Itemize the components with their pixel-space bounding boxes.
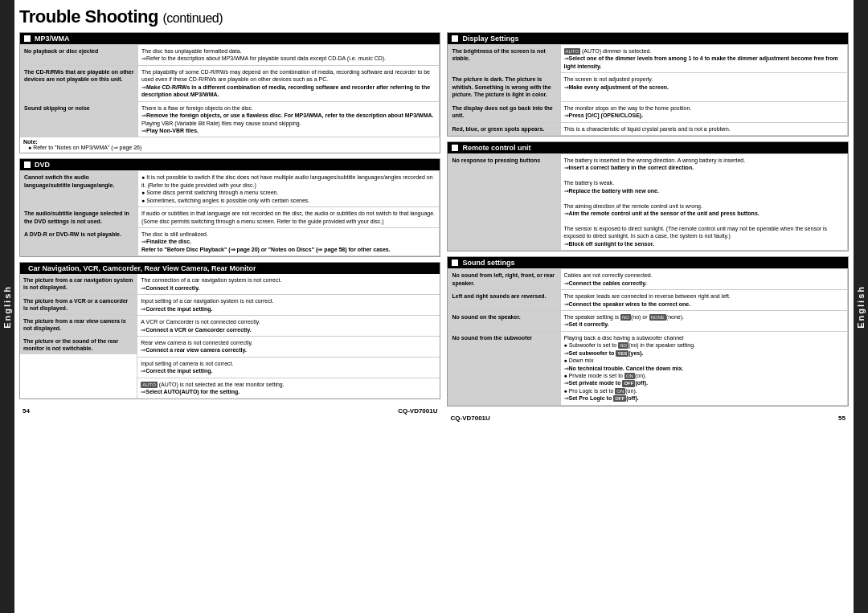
- cause-cell: Cables are not correctly connected. ⇒Con…: [560, 269, 848, 290]
- dvd-square-icon: [24, 161, 31, 168]
- table-row: Left and right sounds are reversed. The …: [448, 290, 848, 311]
- car-nav-symptom: The picture from a rear view camera is n…: [20, 315, 137, 335]
- car-nav-section: Car Navigation, VCR, Camcorder, Rear Vie…: [19, 262, 440, 398]
- sound-table: No sound from left, right, front, or rea…: [448, 268, 848, 406]
- cause-cell: ● It is not possible to switch if the di…: [138, 171, 440, 207]
- display-section-title: Display Settings: [448, 33, 848, 44]
- sound-section: Sound settings No sound from left, right…: [447, 256, 849, 407]
- car-nav-symptoms: The picture from a car navigation system…: [20, 274, 137, 398]
- table-row: No response to pressing buttons The batt…: [448, 153, 848, 250]
- dvd-table: Cannot switch the audio language/subtitl…: [20, 170, 440, 256]
- symptom-cell: The display does not go back into the un…: [448, 101, 560, 122]
- car-nav-cause: Input setting of a car navigation system…: [137, 295, 440, 316]
- page-footer-right: CQ-VD7001U 55: [447, 413, 849, 422]
- left-column: MP3/WMA No playback or disc ejected The …: [19, 32, 440, 608]
- symptom-cell: The brightness of the screen is not stab…: [448, 45, 560, 73]
- cause-cell: If audio or subtitles in that language a…: [138, 207, 440, 228]
- cause-cell: The playability of some CD-R/RWs may dep…: [138, 65, 440, 101]
- cause-cell: The battery is inserted in the wrong dir…: [560, 153, 848, 250]
- symptom-cell: Left and right sounds are reversed.: [448, 290, 560, 311]
- cause-cell: AUTO (AUTO) dimmer is selected. ⇒Select …: [560, 45, 848, 73]
- remote-section-title: Remote control unit: [448, 142, 848, 153]
- dvd-section-title: DVD: [20, 159, 440, 170]
- remote-table: No response to pressing buttons The batt…: [448, 153, 848, 251]
- car-nav-cause: Input setting of camera is not correct.⇒…: [137, 358, 440, 378]
- table-row: The audio/subtitle language selected in …: [21, 207, 440, 228]
- symptom-cell: No sound from the subwoofer: [448, 331, 560, 405]
- right-tab-label: English: [856, 285, 866, 329]
- symptom-cell: No response to pressing buttons: [448, 153, 560, 250]
- table-row: Cannot switch the audio language/subtitl…: [21, 171, 440, 207]
- symptom-cell: Sound skipping or noise: [21, 101, 138, 137]
- mp3-square-icon: [24, 35, 31, 42]
- symptom-cell: The audio/subtitle language selected in …: [21, 207, 138, 228]
- symptom-cell: The CD-R/RWs that are playable on other …: [21, 65, 138, 101]
- main-content: Trouble Shooting (continued) MP3/WMA No …: [14, 0, 854, 613]
- title-area: Trouble Shooting (continued): [19, 6, 849, 27]
- page-footer-left: 54 CQ-VD7001U: [19, 406, 440, 415]
- car-nav-symptom: The picture or the sound of the rear mon…: [20, 335, 137, 354]
- display-section: Display Settings The brightness of the s…: [447, 32, 849, 137]
- mp3-note: Note: ● Refer to "Notes on MP3/WMA" (⇒ p…: [20, 137, 440, 153]
- cause-cell: Playing back a disc having a subwoofer c…: [560, 331, 848, 405]
- left-tab-label: English: [2, 285, 12, 329]
- car-nav-cause: The connection of a car navigation syste…: [137, 274, 440, 295]
- cause-cell: The screen is not adjusted properly. ⇒Ma…: [560, 73, 848, 101]
- table-row: No sound on the speaker. The speaker set…: [448, 310, 848, 331]
- car-nav-title: Car Navigation, VCR, Camcorder, Rear Vie…: [20, 263, 440, 274]
- car-nav-causes: The connection of a car navigation syste…: [137, 274, 440, 398]
- table-row: No sound from the subwoofer Playing back…: [448, 331, 848, 405]
- display-square-icon: [452, 35, 458, 42]
- symptom-cell: No sound from left, right, front, or rea…: [448, 269, 560, 290]
- car-nav-symptom: The picture from a VCR or a camcorder is…: [20, 295, 137, 315]
- sound-square-icon: [452, 260, 458, 266]
- car-nav-cause: AUTO (AUTO) is not selected as the rear …: [137, 378, 440, 398]
- remote-section: Remote control unit No response to press…: [447, 141, 849, 251]
- table-row: A DVD-R or DVD-RW is not playable. The d…: [21, 228, 440, 256]
- car-nav-cause: A VCR or Camcorder is not connected corr…: [137, 316, 440, 337]
- mp3-table: No playback or disc ejected The disc has…: [20, 44, 440, 137]
- sound-section-title: Sound settings: [448, 257, 848, 268]
- table-row: No sound from left, right, front, or rea…: [448, 269, 848, 290]
- cause-cell: There is a flaw or foreign objects on th…: [138, 101, 440, 137]
- dvd-section: DVD Cannot switch the audio language/sub…: [19, 158, 440, 257]
- car-nav-cause: Rear view camera is not connected correc…: [137, 337, 440, 358]
- table-row: The picture is dark. The picture is whit…: [448, 73, 848, 101]
- page-container: English Trouble Shooting (continued) MP3…: [0, 0, 868, 613]
- cause-cell: The disc has unplayable formatted data. …: [138, 45, 440, 66]
- mp3-section: MP3/WMA No playback or disc ejected The …: [19, 32, 440, 153]
- symptom-cell: Red, blue, or green spots appears.: [448, 122, 560, 135]
- symptom-cell: Cannot switch the audio language/subtitl…: [21, 171, 138, 207]
- cause-cell: The monitor stops on the way to the home…: [560, 101, 848, 122]
- page-title: Trouble Shooting (continued): [19, 6, 849, 27]
- table-row: The display does not go back into the un…: [448, 101, 848, 122]
- page-subtitle: (continued): [163, 11, 223, 25]
- table-row: No playback or disc ejected The disc has…: [21, 45, 440, 66]
- car-nav-body: The picture from a car navigation system…: [20, 274, 440, 398]
- symptom-cell: No playback or disc ejected: [21, 45, 138, 66]
- mp3-section-title: MP3/WMA: [20, 33, 440, 44]
- two-column-layout: MP3/WMA No playback or disc ejected The …: [19, 32, 849, 608]
- cause-cell: The speaker leads are connected in rever…: [560, 290, 848, 311]
- cause-cell: The speaker setting is NO(no) or NONE(no…: [560, 310, 848, 331]
- cause-cell: The disc is still unfinalized. ⇒Finalize…: [138, 228, 440, 256]
- left-side-tab: English: [0, 0, 14, 613]
- display-table: The brightness of the screen is not stab…: [448, 44, 848, 136]
- symptom-cell: The picture is dark. The picture is whit…: [448, 73, 560, 101]
- cause-cell: This is a characteristic of liquid cryst…: [560, 122, 848, 135]
- symptom-cell: No sound on the speaker.: [448, 310, 560, 331]
- symptom-cell: A DVD-R or DVD-RW is not playable.: [21, 228, 138, 256]
- right-column: Display Settings The brightness of the s…: [447, 32, 849, 608]
- table-row: Sound skipping or noise There is a flaw …: [21, 101, 440, 137]
- table-row: Red, blue, or green spots appears. This …: [448, 122, 848, 135]
- table-row: The brightness of the screen is not stab…: [448, 45, 848, 73]
- right-side-tab: English: [854, 0, 868, 613]
- car-nav-symptom: The picture from a car navigation system…: [20, 274, 137, 294]
- remote-square-icon: [452, 145, 458, 151]
- table-row: The CD-R/RWs that are playable on other …: [21, 65, 440, 101]
